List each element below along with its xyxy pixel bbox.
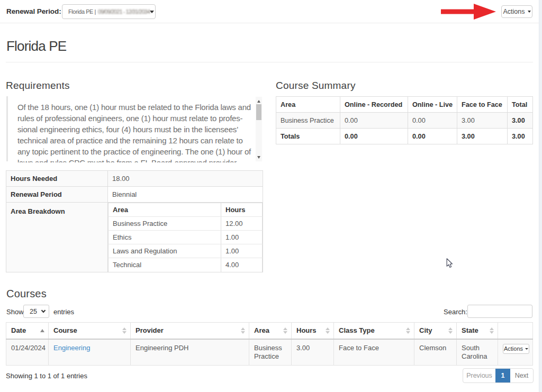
table-row: Area Breakdown Area Hours Business Pract…	[6, 203, 263, 272]
table-row: Technical 4.00	[109, 258, 263, 272]
column-header-label: Area	[254, 326, 269, 334]
area-cell: Ethics	[109, 231, 221, 244]
column-header-total: Total	[508, 97, 533, 113]
courses-heading: Courses	[6, 288, 47, 300]
column-header-label: Provider	[136, 326, 164, 334]
column-header-class-type[interactable]: Class Type	[334, 323, 414, 339]
table-row: Hours Needed 18.00	[6, 171, 263, 187]
column-header-provider[interactable]: Provider	[131, 323, 249, 339]
column-header-area: Area	[276, 97, 340, 113]
column-header-date[interactable]: Date	[6, 323, 49, 339]
requirements-line: laws and rules CPC must be from a FL Boa…	[17, 157, 251, 162]
summary-face-to-face: 3.00	[457, 113, 508, 129]
totals-face-to-face: 3.00	[457, 129, 508, 144]
sort-icon	[406, 327, 410, 334]
summary-online-live: 0.00	[408, 113, 457, 129]
red-annotation-arrow-icon	[441, 4, 496, 20]
scroll-down-icon[interactable]	[257, 156, 260, 159]
page: Renewal Period: Florida PE | 09/09/2021 …	[0, 0, 542, 392]
course-summary-heading: Course Summary	[276, 80, 356, 92]
hours-cell: 12.00	[221, 217, 263, 231]
totals-online-recorded: 0.00	[340, 129, 408, 144]
requirements-line: rules of professional engineers, one (1)…	[17, 113, 251, 124]
renewal-period-row-label: Renewal Period	[6, 187, 108, 203]
course-provider: Engineering PDH	[131, 339, 249, 366]
column-header-hours: Hours	[221, 203, 263, 217]
column-header-area: Area	[109, 203, 221, 217]
course-summary-table: Area Online - Recorded Online - Live Fac…	[276, 96, 533, 144]
requirements-scrollbox[interactable]: Of the 18 hours, one (1) hour must be re…	[6, 96, 262, 162]
actions-button-label: Actions	[503, 8, 525, 15]
table-row: Renewal Period Biennial	[6, 187, 263, 203]
column-header-face-to-face: Face to Face	[457, 97, 508, 113]
table-row: Laws and Regulation 1.00	[109, 244, 263, 258]
table-header-row: Date Course Provider Area Hours Class Ty…	[6, 323, 533, 339]
column-header-label: State	[462, 326, 478, 334]
course-date: 01/24/2024	[6, 339, 49, 366]
requirements-heading: Requirements	[6, 80, 70, 92]
page-size-select-wrap: 25	[23, 305, 49, 318]
sort-icon	[122, 327, 127, 334]
requirements-line: Of the 18 hours, one (1) hour must be re…	[17, 102, 251, 113]
scrollbar-thumb[interactable]	[256, 104, 261, 120]
scrollbar[interactable]	[256, 97, 262, 161]
column-header-label: Course	[53, 326, 77, 334]
chevron-down-icon	[528, 11, 531, 13]
table-row: Ethics 1.00	[109, 231, 263, 244]
renewal-period-dropdown-text: Florida PE |	[68, 8, 96, 15]
pagination-previous[interactable]: Previous	[463, 369, 495, 382]
pagination-page-1[interactable]: 1	[495, 369, 510, 382]
table-row: Area Hours	[109, 203, 263, 217]
showing-entries-text: Showing 1 to 1 of 1 entries	[6, 372, 87, 380]
requirements-text: Of the 18 hours, one (1) hour must be re…	[17, 102, 251, 162]
requirement-details-table: Hours Needed 18.00 Renewal Period Bienni…	[6, 170, 263, 272]
area-breakdown-table: Area Hours Business Practice 12.00 Ethic…	[108, 203, 263, 272]
page-size-select[interactable]: 25	[23, 305, 49, 318]
table-row: Business Practice 12.00	[109, 217, 263, 231]
area-cell: Laws and Regulation	[109, 244, 221, 258]
course-area: Business Practice	[249, 339, 292, 366]
totals-online-live: 0.00	[408, 129, 457, 144]
sort-icon	[448, 327, 453, 334]
search-input[interactable]	[467, 305, 532, 318]
column-header-state[interactable]: State	[457, 323, 498, 339]
requirements-line: sional engineering ethics, four (4) hour…	[17, 124, 251, 135]
page-title: Florida PE	[6, 38, 66, 54]
row-actions-button[interactable]: Actions	[503, 344, 529, 354]
course-class-type: Face to Face	[334, 339, 414, 366]
hours-needed-label: Hours Needed	[6, 171, 108, 187]
hours-cell: 1.00	[221, 231, 263, 244]
entries-label: entries	[53, 308, 74, 316]
pagination: Previous 1 Next	[463, 368, 534, 383]
course-link[interactable]: Engineering	[53, 344, 90, 352]
column-header-hours[interactable]: Hours	[292, 323, 334, 339]
area-breakdown-cell: Area Hours Business Practice 12.00 Ethic…	[108, 203, 263, 272]
requirements-left-border	[6, 96, 8, 161]
page-scrollbar[interactable]	[539, 0, 542, 392]
renewal-period-dropdown[interactable]: Florida PE | 09/09/2021 - 12/31/2034	[62, 4, 156, 19]
chevron-down-icon	[150, 11, 154, 13]
column-header-area[interactable]: Area	[249, 323, 292, 339]
scroll-up-icon[interactable]	[257, 100, 260, 103]
chevron-down-icon	[525, 348, 528, 350]
course-actions-cell: Actions	[498, 339, 533, 366]
course-hours: 3.00	[292, 339, 334, 366]
sort-icon	[490, 327, 494, 334]
sort-asc-icon	[40, 329, 44, 332]
top-bar: Renewal Period: Florida PE | 09/09/2021 …	[0, 0, 539, 23]
renewal-period-value: Biennial	[108, 187, 263, 203]
sort-icon	[283, 327, 287, 334]
column-header-course[interactable]: Course	[49, 323, 131, 339]
divider	[6, 62, 533, 62]
totals-label: Totals	[276, 129, 340, 144]
column-header-label: Hours	[296, 326, 317, 334]
column-header-city[interactable]: City	[414, 323, 457, 339]
column-header-actions	[498, 323, 533, 339]
sort-icon	[326, 327, 330, 334]
hours-cell: 4.00	[221, 258, 263, 272]
row-actions-label: Actions	[504, 345, 523, 352]
course-city: Clemson	[414, 339, 457, 366]
actions-button[interactable]: Actions	[501, 5, 532, 18]
table-row: Business Practice 0.00 0.00 3.00 3.00	[276, 113, 533, 129]
pagination-next[interactable]: Next	[510, 369, 533, 382]
